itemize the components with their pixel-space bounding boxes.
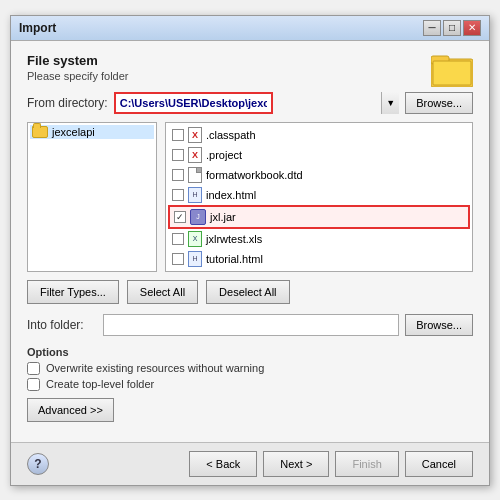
file-icon-formatworkbook <box>188 167 202 183</box>
file-icon-classpath: X <box>188 127 202 143</box>
into-folder-row: Into folder: Browse... <box>27 314 473 336</box>
file-item-formatworkbook[interactable]: formatworkbook.dtd <box>168 165 470 185</box>
file-item-jxlrwtest[interactable]: X jxlrwtest.xls <box>168 229 470 249</box>
file-action-buttons: Filter Types... Select All Deselect All <box>27 280 473 304</box>
file-list[interactable]: X .classpath X .project formatworkbook.d… <box>165 122 473 272</box>
file-item-jxl[interactable]: J jxl.jar <box>168 205 470 229</box>
top-level-row: Create top-level folder <box>27 378 473 391</box>
close-button[interactable]: ✕ <box>463 20 481 36</box>
checkbox-project[interactable] <box>172 149 184 161</box>
tree-item-label: jexcelapi <box>52 126 95 138</box>
import-dialog: Import ─ □ ✕ File system Please specify … <box>10 15 490 486</box>
dialog-content: File system Please specify folder From d… <box>11 41 489 442</box>
from-directory-row: From directory: ▼ Browse... <box>27 92 473 114</box>
file-item-workbook[interactable]: workbook.dtd <box>168 269 470 272</box>
into-folder-browse-button[interactable]: Browse... <box>405 314 473 336</box>
tree-item-jexcelapi[interactable]: jexcelapi <box>30 125 154 139</box>
overwrite-checkbox[interactable] <box>27 362 40 375</box>
overwrite-label: Overwrite existing resources without war… <box>46 362 264 374</box>
top-level-checkbox[interactable] <box>27 378 40 391</box>
filename-jxl: jxl.jar <box>210 211 236 223</box>
window-controls: ─ □ ✕ <box>423 20 481 36</box>
into-folder-label: Into folder: <box>27 318 97 332</box>
folder-tree[interactable]: jexcelapi <box>27 122 157 272</box>
deselect-all-button[interactable]: Deselect All <box>206 280 289 304</box>
header-text: File system Please specify folder <box>27 53 129 92</box>
checkbox-jxlrwtest[interactable] <box>172 233 184 245</box>
options-section: Options Overwrite existing resources wit… <box>27 346 473 422</box>
directory-input-wrapper: ▼ <box>114 92 399 114</box>
bottom-bar: ? < Back Next > Finish Cancel <box>11 442 489 485</box>
file-icon-jxl: J <box>190 209 206 225</box>
filename-jxlrwtest: jxlrwtest.xls <box>206 233 262 245</box>
overwrite-row: Overwrite existing resources without war… <box>27 362 473 375</box>
bottom-left: ? <box>27 453 49 475</box>
directory-dropdown-button[interactable]: ▼ <box>381 92 399 114</box>
file-icon-project: X <box>188 147 202 163</box>
section-desc: Please specify folder <box>27 70 129 82</box>
file-item-project[interactable]: X .project <box>168 145 470 165</box>
file-icon-tutorial: H <box>188 251 202 267</box>
filter-types-button[interactable]: Filter Types... <box>27 280 119 304</box>
minimize-button[interactable]: ─ <box>423 20 441 36</box>
navigation-buttons: < Back Next > Finish Cancel <box>189 451 473 477</box>
checkbox-index[interactable] <box>172 189 184 201</box>
finish-button[interactable]: Finish <box>335 451 398 477</box>
filename-tutorial: tutorial.html <box>206 253 263 265</box>
checkbox-classpath[interactable] <box>172 129 184 141</box>
file-icon-workbook <box>188 271 202 272</box>
help-button[interactable]: ? <box>27 453 49 475</box>
advanced-button[interactable]: Advanced >> <box>27 398 114 422</box>
top-level-label: Create top-level folder <box>46 378 154 390</box>
large-folder-icon <box>431 53 473 87</box>
title-bar: Import ─ □ ✕ <box>11 16 489 41</box>
from-browse-button[interactable]: Browse... <box>405 92 473 114</box>
into-folder-input[interactable] <box>103 314 399 336</box>
checkbox-formatworkbook[interactable] <box>172 169 184 181</box>
section-title: File system <box>27 53 129 68</box>
back-button[interactable]: < Back <box>189 451 257 477</box>
file-icon-jxlrwtest: X <box>188 231 202 247</box>
folder-icon <box>32 126 48 138</box>
filename-classpath: .classpath <box>206 129 256 141</box>
checkbox-jxl[interactable] <box>174 211 186 223</box>
file-panel: jexcelapi X .classpath X .project <box>27 122 473 272</box>
maximize-button[interactable]: □ <box>443 20 461 36</box>
cancel-button[interactable]: Cancel <box>405 451 473 477</box>
next-button[interactable]: Next > <box>263 451 329 477</box>
filename-formatworkbook: formatworkbook.dtd <box>206 169 303 181</box>
header-area: File system Please specify folder <box>27 53 473 92</box>
options-title: Options <box>27 346 473 358</box>
file-icon-index: H <box>188 187 202 203</box>
checkbox-tutorial[interactable] <box>172 253 184 265</box>
file-item-tutorial[interactable]: H tutorial.html <box>168 249 470 269</box>
file-item-classpath[interactable]: X .classpath <box>168 125 470 145</box>
filename-project: .project <box>206 149 242 161</box>
from-directory-label: From directory: <box>27 96 108 110</box>
directory-input[interactable] <box>114 92 273 114</box>
select-all-button[interactable]: Select All <box>127 280 198 304</box>
file-item-index[interactable]: H index.html <box>168 185 470 205</box>
filename-index: index.html <box>206 189 256 201</box>
window-title: Import <box>19 21 56 35</box>
svg-rect-2 <box>433 61 471 85</box>
